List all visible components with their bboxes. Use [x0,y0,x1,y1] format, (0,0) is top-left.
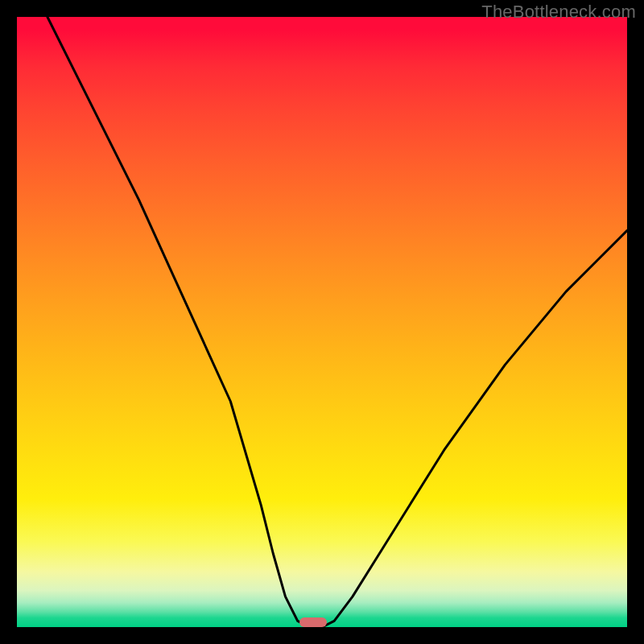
watermark-text: TheBottleneck.com [481,2,636,23]
plot-area [17,17,627,627]
chart-frame: TheBottleneck.com [0,0,644,644]
bottleneck-curve [17,17,627,627]
optimal-marker [299,617,327,627]
curve-path [47,17,627,627]
